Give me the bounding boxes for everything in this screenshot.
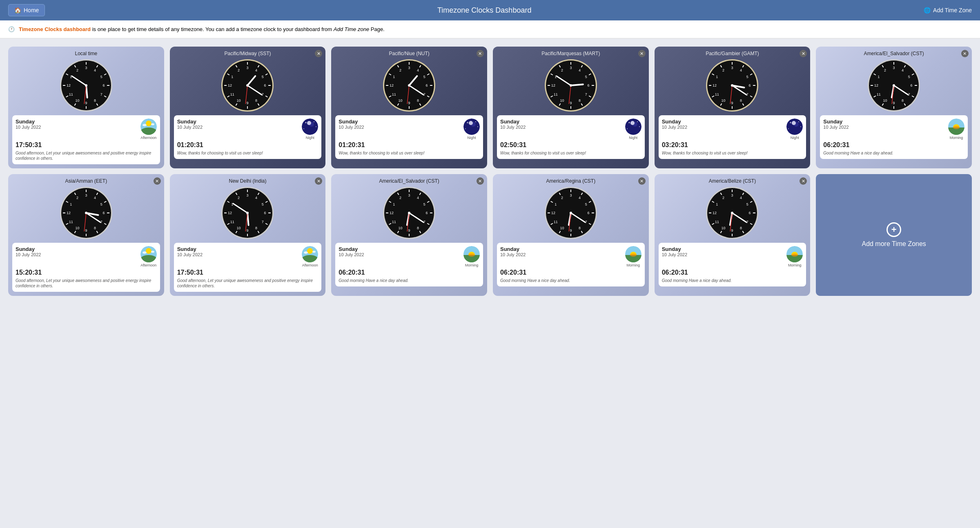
clock-info: Sunday 10 July 2022 Afternoon 17:50:31 G… [12, 115, 160, 164]
period-icon [948, 119, 964, 135]
clock-title: Pacific/Marquesas (MART) [541, 51, 600, 56]
svg-text:8: 8 [255, 98, 257, 103]
svg-text:8: 8 [94, 98, 96, 103]
close-button[interactable]: ✕ [638, 177, 646, 185]
clock-time: 15:20:31 [16, 269, 157, 276]
clock-day: Sunday [500, 246, 526, 252]
home-label: Home [24, 7, 39, 13]
close-button[interactable]: ✕ [800, 50, 807, 57]
svg-point-29 [85, 84, 87, 87]
clock-card: Local time 345678910111212 Sunday 10 Jul… [8, 47, 164, 168]
home-button[interactable]: 🏠 Home [8, 4, 45, 16]
svg-point-251 [143, 251, 147, 254]
clock-day-date: Sunday 10 July 2022 [823, 119, 849, 130]
period-wrapper: Morning [463, 246, 480, 267]
svg-text:5: 5 [908, 75, 910, 79]
svg-text:8: 8 [902, 98, 904, 103]
svg-point-217 [953, 126, 960, 129]
svg-text:9: 9 [85, 101, 87, 105]
svg-text:7: 7 [262, 220, 264, 224]
clock-day-date: Sunday 10 July 2022 [16, 246, 41, 257]
svg-text:11: 11 [392, 220, 396, 224]
svg-point-145 [627, 128, 628, 129]
svg-text:3: 3 [408, 193, 410, 197]
main-content: Local time 345678910111212 Sunday 10 Jul… [0, 38, 980, 304]
close-button[interactable]: ✕ [638, 50, 646, 57]
period-label: Morning [463, 263, 480, 267]
svg-text:1: 1 [70, 202, 72, 206]
svg-text:10: 10 [399, 226, 403, 230]
svg-point-34 [151, 123, 154, 125]
clock-title: New Delhi (India) [229, 178, 266, 184]
period-wrapper: Afternoon [302, 246, 318, 267]
clock-title: Asia/Amman (EET) [65, 178, 107, 184]
close-button[interactable]: ✕ [961, 50, 969, 57]
clock-date: 10 July 2022 [177, 252, 203, 257]
close-button[interactable]: ✕ [154, 177, 161, 185]
period-icon [786, 119, 803, 135]
close-button[interactable]: ✕ [315, 177, 322, 185]
clock-date: 10 July 2022 [662, 252, 687, 257]
clock-info-top: Sunday 10 July 2022 Afternoon [177, 246, 318, 267]
clock-day: Sunday [339, 119, 364, 125]
add-more-card: + Add more Time Zones [816, 174, 972, 296]
info-link-text: Add Time zone [334, 26, 369, 32]
clock-info-top: Sunday 10 July 2022 Morning [500, 246, 641, 267]
svg-point-322 [468, 253, 475, 257]
svg-text:7: 7 [100, 92, 102, 96]
svg-point-387 [731, 212, 733, 214]
svg-text:9: 9 [731, 228, 733, 233]
svg-point-32 [146, 121, 151, 126]
svg-point-179 [790, 122, 791, 123]
svg-text:9: 9 [570, 101, 572, 105]
period-icon [140, 119, 157, 135]
clock-info: Sunday 10 July 2022 Morning 06:20:31 Goo… [820, 115, 968, 159]
svg-text:9: 9 [408, 101, 410, 105]
svg-point-286 [304, 251, 308, 254]
period-wrapper: Morning [948, 119, 964, 140]
svg-text:1: 1 [393, 202, 395, 206]
close-button[interactable]: ✕ [315, 50, 322, 57]
svg-text:6: 6 [587, 83, 589, 87]
clock-message: Wow, thanks for choosing to visit us ove… [339, 150, 480, 156]
period-icon [625, 246, 641, 262]
clock-date: 10 July 2022 [823, 125, 849, 130]
period-label: Morning [625, 263, 641, 267]
svg-point-181 [800, 126, 801, 127]
svg-point-252 [151, 251, 154, 253]
period-icon [786, 246, 803, 262]
clock-day-date: Sunday 10 July 2022 [177, 119, 203, 130]
clock-card: ✕ New Delhi (India) 345678910111212 Sund… [170, 174, 326, 296]
add-more-button[interactable]: + Add more Time Zones [816, 174, 972, 296]
svg-text:1: 1 [878, 75, 880, 79]
svg-text:4: 4 [255, 68, 257, 72]
clock-day: Sunday [339, 246, 364, 252]
svg-line-26 [86, 85, 87, 98]
svg-point-108 [465, 128, 466, 129]
clock-info: Sunday 10 July 2022 Night 03:20:31 Wow, … [659, 115, 806, 159]
svg-text:2: 2 [76, 196, 78, 200]
clock-face: 345678910111212 [867, 59, 920, 112]
svg-text:11: 11 [715, 220, 719, 224]
svg-point-33 [143, 124, 147, 126]
clock-message: Good afternoon, Let your unique awesomen… [16, 278, 157, 289]
close-button[interactable]: ✕ [477, 50, 484, 57]
svg-text:1: 1 [555, 202, 557, 206]
svg-point-105 [467, 122, 468, 123]
svg-text:12: 12 [228, 211, 232, 215]
svg-text:6: 6 [426, 83, 428, 87]
svg-text:8: 8 [740, 98, 742, 103]
svg-text:8: 8 [94, 226, 96, 230]
clock-card: ✕ America/Regina (CST) 345678910111212 S… [493, 174, 649, 296]
period-icon [463, 119, 480, 135]
clock-face: 345678910111212 [60, 59, 113, 112]
svg-text:4: 4 [255, 196, 257, 200]
svg-text:5: 5 [585, 75, 587, 79]
clock-time: 06:20:31 [339, 269, 480, 276]
close-button[interactable]: ✕ [800, 177, 807, 185]
svg-point-317 [408, 212, 410, 214]
add-timezone-button[interactable]: 🌐 Add Time Zone [924, 7, 972, 13]
clock-day-date: Sunday 10 July 2022 [500, 246, 526, 257]
close-button[interactable]: ✕ [477, 177, 484, 185]
clock-day: Sunday [16, 119, 41, 125]
